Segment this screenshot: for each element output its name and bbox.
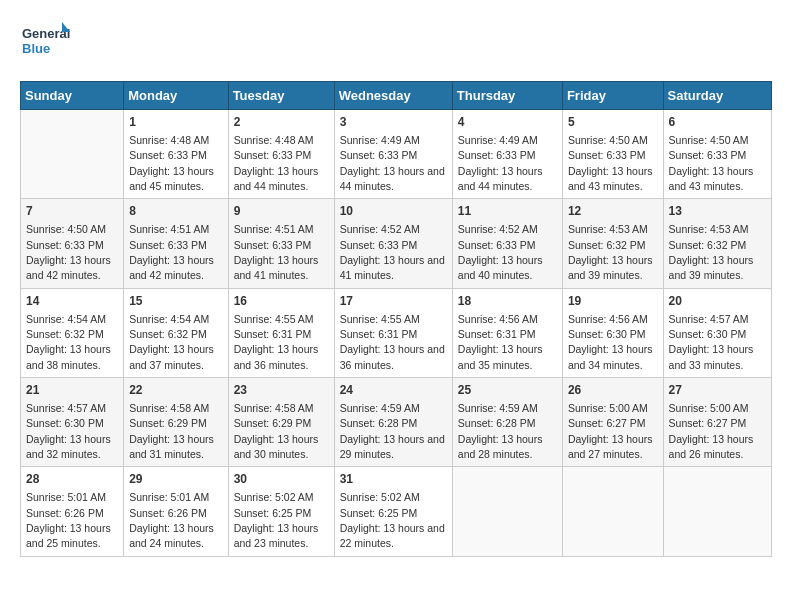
sunrise-info: Sunrise: 4:57 AM xyxy=(669,313,749,325)
calendar-cell: 19Sunrise: 4:56 AMSunset: 6:30 PMDayligh… xyxy=(562,288,663,377)
calendar-cell: 2Sunrise: 4:48 AMSunset: 6:33 PMDaylight… xyxy=(228,110,334,199)
day-number: 24 xyxy=(340,382,447,399)
day-number: 2 xyxy=(234,114,329,131)
svg-text:Blue: Blue xyxy=(22,41,50,56)
column-header-tuesday: Tuesday xyxy=(228,82,334,110)
day-number: 7 xyxy=(26,203,118,220)
sunset-info: Sunset: 6:33 PM xyxy=(568,149,646,161)
column-header-wednesday: Wednesday xyxy=(334,82,452,110)
sunrise-info: Sunrise: 4:49 AM xyxy=(340,134,420,146)
day-number: 29 xyxy=(129,471,222,488)
calendar-cell: 9Sunrise: 4:51 AMSunset: 6:33 PMDaylight… xyxy=(228,199,334,288)
day-number: 18 xyxy=(458,293,557,310)
daylight-info: Daylight: 13 hours and 43 minutes. xyxy=(568,165,653,192)
day-number: 15 xyxy=(129,293,222,310)
daylight-info: Daylight: 13 hours and 36 minutes. xyxy=(340,343,445,370)
sunset-info: Sunset: 6:29 PM xyxy=(234,417,312,429)
calendar-cell: 12Sunrise: 4:53 AMSunset: 6:32 PMDayligh… xyxy=(562,199,663,288)
calendar-cell: 29Sunrise: 5:01 AMSunset: 6:26 PMDayligh… xyxy=(124,467,228,556)
daylight-info: Daylight: 13 hours and 36 minutes. xyxy=(234,343,319,370)
sunset-info: Sunset: 6:26 PM xyxy=(129,507,207,519)
sunset-info: Sunset: 6:32 PM xyxy=(129,328,207,340)
day-number: 21 xyxy=(26,382,118,399)
sunrise-info: Sunrise: 4:48 AM xyxy=(129,134,209,146)
calendar-header-row: SundayMondayTuesdayWednesdayThursdayFrid… xyxy=(21,82,772,110)
daylight-info: Daylight: 13 hours and 25 minutes. xyxy=(26,522,111,549)
daylight-info: Daylight: 13 hours and 45 minutes. xyxy=(129,165,214,192)
sunset-info: Sunset: 6:33 PM xyxy=(340,239,418,251)
sunset-info: Sunset: 6:30 PM xyxy=(669,328,747,340)
sunset-info: Sunset: 6:31 PM xyxy=(458,328,536,340)
calendar-cell: 13Sunrise: 4:53 AMSunset: 6:32 PMDayligh… xyxy=(663,199,771,288)
sunset-info: Sunset: 6:29 PM xyxy=(129,417,207,429)
sunrise-info: Sunrise: 4:50 AM xyxy=(568,134,648,146)
calendar-cell xyxy=(452,467,562,556)
sunrise-info: Sunrise: 5:01 AM xyxy=(129,491,209,503)
sunset-info: Sunset: 6:27 PM xyxy=(669,417,747,429)
daylight-info: Daylight: 13 hours and 44 minutes. xyxy=(340,165,445,192)
day-number: 14 xyxy=(26,293,118,310)
sunset-info: Sunset: 6:31 PM xyxy=(340,328,418,340)
day-number: 6 xyxy=(669,114,766,131)
sunrise-info: Sunrise: 4:48 AM xyxy=(234,134,314,146)
calendar-cell: 14Sunrise: 4:54 AMSunset: 6:32 PMDayligh… xyxy=(21,288,124,377)
calendar-cell xyxy=(663,467,771,556)
sunset-info: Sunset: 6:26 PM xyxy=(26,507,104,519)
sunrise-info: Sunrise: 4:54 AM xyxy=(129,313,209,325)
daylight-info: Daylight: 13 hours and 42 minutes. xyxy=(26,254,111,281)
daylight-info: Daylight: 13 hours and 27 minutes. xyxy=(568,433,653,460)
sunset-info: Sunset: 6:33 PM xyxy=(129,239,207,251)
calendar-cell: 15Sunrise: 4:54 AMSunset: 6:32 PMDayligh… xyxy=(124,288,228,377)
sunset-info: Sunset: 6:33 PM xyxy=(669,149,747,161)
column-header-thursday: Thursday xyxy=(452,82,562,110)
sunrise-info: Sunrise: 4:58 AM xyxy=(129,402,209,414)
calendar-cell: 31Sunrise: 5:02 AMSunset: 6:25 PMDayligh… xyxy=(334,467,452,556)
calendar-cell: 27Sunrise: 5:00 AMSunset: 6:27 PMDayligh… xyxy=(663,378,771,467)
daylight-info: Daylight: 13 hours and 40 minutes. xyxy=(458,254,543,281)
calendar-cell: 17Sunrise: 4:55 AMSunset: 6:31 PMDayligh… xyxy=(334,288,452,377)
day-number: 22 xyxy=(129,382,222,399)
daylight-info: Daylight: 13 hours and 35 minutes. xyxy=(458,343,543,370)
daylight-info: Daylight: 13 hours and 29 minutes. xyxy=(340,433,445,460)
calendar-cell xyxy=(21,110,124,199)
sunrise-info: Sunrise: 4:52 AM xyxy=(458,223,538,235)
sunset-info: Sunset: 6:33 PM xyxy=(340,149,418,161)
sunrise-info: Sunrise: 4:55 AM xyxy=(234,313,314,325)
daylight-info: Daylight: 13 hours and 28 minutes. xyxy=(458,433,543,460)
sunrise-info: Sunrise: 4:59 AM xyxy=(340,402,420,414)
calendar-cell: 16Sunrise: 4:55 AMSunset: 6:31 PMDayligh… xyxy=(228,288,334,377)
sunrise-info: Sunrise: 4:51 AM xyxy=(234,223,314,235)
sunset-info: Sunset: 6:32 PM xyxy=(669,239,747,251)
sunset-info: Sunset: 6:32 PM xyxy=(568,239,646,251)
daylight-info: Daylight: 13 hours and 37 minutes. xyxy=(129,343,214,370)
calendar-cell: 4Sunrise: 4:49 AMSunset: 6:33 PMDaylight… xyxy=(452,110,562,199)
day-number: 11 xyxy=(458,203,557,220)
calendar-cell: 28Sunrise: 5:01 AMSunset: 6:26 PMDayligh… xyxy=(21,467,124,556)
week-row-2: 7Sunrise: 4:50 AMSunset: 6:33 PMDaylight… xyxy=(21,199,772,288)
daylight-info: Daylight: 13 hours and 33 minutes. xyxy=(669,343,754,370)
calendar-cell: 26Sunrise: 5:00 AMSunset: 6:27 PMDayligh… xyxy=(562,378,663,467)
calendar-cell: 25Sunrise: 4:59 AMSunset: 6:28 PMDayligh… xyxy=(452,378,562,467)
sunset-info: Sunset: 6:30 PM xyxy=(568,328,646,340)
sunset-info: Sunset: 6:32 PM xyxy=(26,328,104,340)
day-number: 9 xyxy=(234,203,329,220)
sunrise-info: Sunrise: 4:53 AM xyxy=(669,223,749,235)
day-number: 13 xyxy=(669,203,766,220)
calendar-cell: 24Sunrise: 4:59 AMSunset: 6:28 PMDayligh… xyxy=(334,378,452,467)
sunrise-info: Sunrise: 5:01 AM xyxy=(26,491,106,503)
calendar-cell: 8Sunrise: 4:51 AMSunset: 6:33 PMDaylight… xyxy=(124,199,228,288)
column-header-monday: Monday xyxy=(124,82,228,110)
daylight-info: Daylight: 13 hours and 24 minutes. xyxy=(129,522,214,549)
sunset-info: Sunset: 6:28 PM xyxy=(458,417,536,429)
sunrise-info: Sunrise: 4:55 AM xyxy=(340,313,420,325)
calendar-cell: 18Sunrise: 4:56 AMSunset: 6:31 PMDayligh… xyxy=(452,288,562,377)
sunrise-info: Sunrise: 4:51 AM xyxy=(129,223,209,235)
day-number: 31 xyxy=(340,471,447,488)
day-number: 4 xyxy=(458,114,557,131)
sunset-info: Sunset: 6:28 PM xyxy=(340,417,418,429)
sunset-info: Sunset: 6:25 PM xyxy=(234,507,312,519)
calendar-cell: 7Sunrise: 4:50 AMSunset: 6:33 PMDaylight… xyxy=(21,199,124,288)
sunrise-info: Sunrise: 4:56 AM xyxy=(458,313,538,325)
sunset-info: Sunset: 6:33 PM xyxy=(234,239,312,251)
daylight-info: Daylight: 13 hours and 32 minutes. xyxy=(26,433,111,460)
